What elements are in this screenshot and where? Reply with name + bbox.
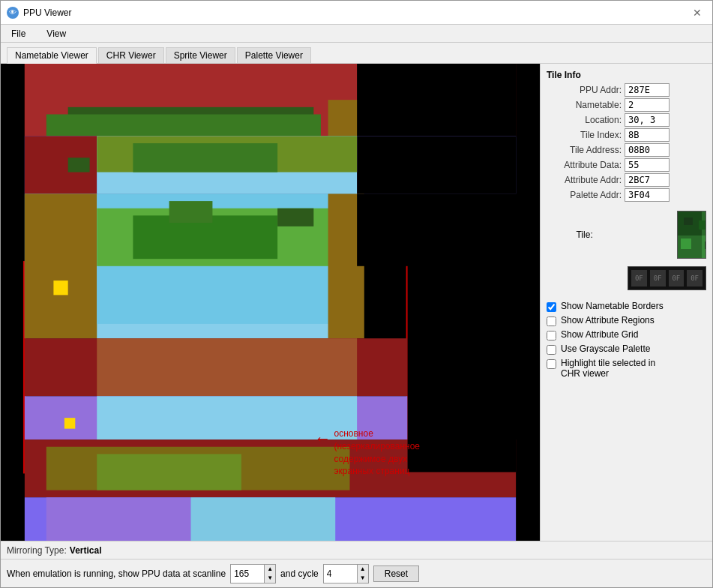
sidebar: Tile Info PPU Addr: 287E Nametable: 2 Lo… (540, 64, 712, 541)
scanline-bar: When emulation is running, show PPU data… (1, 559, 712, 587)
scanline-spin-buttons: ▲ ▼ (264, 565, 275, 583)
app-icon: 👁 (7, 7, 19, 19)
svg-rect-33 (277, 208, 313, 226)
value-attr-addr: 2BC7 (625, 173, 670, 187)
tab-sprite-viewer[interactable]: Sprite Viewer (166, 47, 235, 63)
label-location: Location: (547, 115, 622, 125)
checkbox-show-attr-grid: Show Attribute Grid (547, 329, 706, 340)
value-tile-index: 8B (625, 128, 670, 142)
cycle-spin-down[interactable]: ▼ (358, 574, 368, 583)
svg-rect-34 (53, 280, 67, 295)
checkbox-highlight-tile-label: Highlight tile selected inCHR viewer (561, 358, 655, 379)
svg-rect-44 (705, 242, 706, 249)
scanline-spin[interactable]: ▲ ▼ (230, 564, 276, 584)
svg-rect-41 (684, 218, 693, 225)
window-title: PPU Viewer (23, 8, 71, 18)
tile-svg (678, 212, 706, 259)
checkbox-attr-grid-label: Show Attribute Grid (561, 329, 638, 340)
ppu-viewer-window: 👁 PPU Viewer ✕ File View Nametable Viewe… (0, 0, 713, 588)
label-tile-index: Tile Index: (547, 130, 622, 140)
svg-rect-27 (357, 194, 516, 266)
titlebar: 👁 PPU Viewer ✕ (1, 1, 712, 25)
tab-chr-viewer[interactable]: CHR Viewer (98, 47, 164, 63)
svg-rect-29 (46, 497, 191, 541)
checkbox-grayscale-palette: Use Grayscale Palette (547, 344, 706, 355)
main-content: ← основное(незеркалированноесодержимое д… (1, 64, 712, 541)
close-button[interactable]: ✕ (688, 5, 706, 20)
checkbox-grayscale-input[interactable] (547, 345, 556, 355)
value-ppu-addr: 287E (625, 83, 670, 97)
mirroring-value: Vertical (70, 545, 102, 556)
svg-rect-25 (97, 454, 241, 490)
checkbox-show-nametable-borders: Show Nametable Borders (547, 301, 706, 312)
cycle-input[interactable] (324, 565, 357, 583)
info-row-location: Location: 30, 3 (547, 113, 706, 127)
svg-rect-11 (133, 143, 277, 172)
label-tile-address: Tile Address: (547, 145, 622, 155)
palette-swatch-0: 0F (631, 270, 647, 286)
info-row-attr-addr: Attribute Addr: 2BC7 (547, 173, 706, 187)
info-row-palette-addr: Palette Addr: 3F04 (547, 188, 706, 202)
checkbox-highlight-tile-input[interactable] (547, 359, 556, 369)
info-row-ppu-addr: PPU Addr: 287E (547, 83, 706, 97)
label-nametable: Nametable: (547, 100, 622, 110)
reset-button[interactable]: Reset (373, 566, 419, 582)
value-tile-address: 08B0 (625, 143, 670, 157)
svg-rect-20 (97, 338, 357, 396)
svg-rect-30 (191, 497, 336, 541)
scene-svg (1, 64, 540, 541)
mirroring-label: Mirroring Type: (7, 545, 67, 556)
checkbox-attr-regions-input[interactable] (547, 316, 556, 326)
cycle-spin-up[interactable]: ▲ (358, 565, 368, 574)
scanline-spin-down[interactable]: ▼ (265, 574, 275, 583)
svg-rect-43 (681, 238, 691, 249)
scanline-prefix: When emulation is running, show PPU data… (7, 568, 226, 579)
value-nametable: 2 (625, 98, 670, 112)
label-attr-addr: Attribute Addr: (547, 175, 622, 185)
tile-preview-label: Tile: (550, 230, 596, 240)
menu-file[interactable]: File (7, 27, 30, 40)
scanline-spin-up[interactable]: ▲ (265, 565, 275, 574)
label-palette-addr: Palette Addr: (547, 190, 622, 200)
options-section: Show Nametable Borders Show Attribute Re… (547, 301, 706, 379)
palette-bar-container: 0F 0F 0F 0F (547, 266, 706, 293)
tab-palette-viewer[interactable]: Palette Viewer (237, 47, 311, 63)
svg-rect-42 (699, 220, 706, 230)
svg-rect-9 (357, 136, 516, 194)
viewer-area[interactable]: ← основное(незеркалированноесодержимое д… (1, 64, 540, 541)
menubar: File View (1, 25, 712, 43)
tile-info-section: Tile Info PPU Addr: 287E Nametable: 2 Lo… (547, 70, 706, 203)
info-row-tile-index: Tile Index: 8B (547, 128, 706, 142)
svg-rect-26 (408, 262, 517, 472)
tab-nametable-viewer[interactable]: Nametable Viewer (7, 47, 97, 64)
checkbox-attr-regions-label: Show Attribute Regions (561, 315, 655, 326)
info-row-tile-address: Tile Address: 08B0 (547, 143, 706, 157)
tile-preview (677, 211, 706, 259)
tile-preview-row: Tile: (550, 208, 706, 262)
checkbox-grayscale-label: Use Grayscale Palette (561, 344, 650, 354)
svg-rect-40 (702, 236, 706, 259)
menu-view[interactable]: View (42, 27, 70, 40)
svg-rect-31 (68, 158, 90, 172)
cycle-spin[interactable]: ▲ ▼ (323, 564, 369, 584)
label-attr-data: Attribute Data: (547, 160, 622, 170)
palette-swatch-3: 0F (687, 270, 703, 286)
label-ppu-addr: PPU Addr: (547, 85, 622, 95)
value-attr-data: 55 (625, 158, 670, 172)
checkbox-attr-grid-input[interactable] (547, 331, 556, 340)
checkbox-nametable-borders-input[interactable] (547, 302, 556, 312)
nes-scene: ← основное(незеркалированноесодержимое д… (1, 64, 540, 541)
svg-rect-22 (97, 396, 357, 440)
scanline-input[interactable] (231, 565, 264, 583)
cycle-label: and cycle (280, 568, 319, 579)
value-palette-addr: 3F04 (625, 188, 670, 202)
info-row-nametable: Nametable: 2 (547, 98, 706, 112)
svg-rect-14 (25, 194, 97, 338)
mirroring-bar: Mirroring Type: Vertical (1, 541, 712, 559)
titlebar-left: 👁 PPU Viewer (7, 7, 71, 19)
palette-swatch-2: 0F (669, 270, 685, 286)
tab-bar: Nametable Viewer CHR Viewer Sprite Viewe… (1, 43, 712, 64)
cycle-spin-buttons: ▲ ▼ (357, 565, 368, 583)
info-row-attr-data: Attribute Data: 55 (547, 158, 706, 172)
checkbox-highlight-tile: Highlight tile selected inCHR viewer (547, 358, 706, 379)
